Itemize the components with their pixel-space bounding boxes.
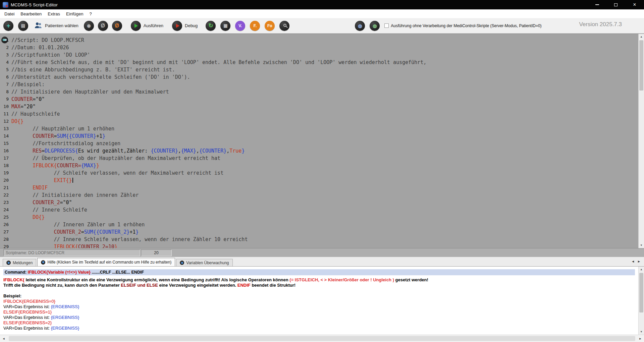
code-line-29: IFBLOCK{COUNTER_2=10} bbox=[11, 243, 638, 248]
code-line-9: COUNTER="0" bbox=[11, 96, 638, 103]
code-line-28: // Innere Schleife verlassen, wenn der i… bbox=[11, 236, 638, 243]
help-scrollbar[interactable]: ▲ ▼ bbox=[638, 267, 644, 335]
window-title: MCDMS-5 Script-Editor bbox=[11, 2, 58, 7]
help-content: Command: IFBLOCK{Variable (=!<>) Value} … bbox=[0, 267, 638, 335]
editor-scroll-thumb[interactable] bbox=[639, 40, 643, 91]
meldungen-tab-icon bbox=[6, 261, 11, 265]
code-line-19: // Schleife verlassen, wenn der Maximalw… bbox=[11, 169, 638, 177]
tab-variablen-ueberwachung[interactable]: Variablen Überwachung bbox=[176, 259, 232, 266]
help-line-4: Beispiel: bbox=[3, 293, 638, 299]
server-mode-label: Ausführung ohne Verarbeitung der MediCon… bbox=[391, 23, 541, 28]
select-patient-button[interactable]: Patienten wählen bbox=[32, 21, 81, 30]
cursor-line-field: 20 bbox=[141, 249, 172, 256]
web-icon[interactable]: ◍ bbox=[355, 21, 365, 31]
select-patient-label: Patienten wählen bbox=[45, 23, 78, 28]
code-line-27: COUNTER_2=SUM{{COUNTER_2}+1} bbox=[11, 228, 638, 236]
scroll-down-icon[interactable]: ▼ bbox=[639, 242, 644, 248]
f-script-badge-icon[interactable]: F. bbox=[250, 21, 260, 31]
menu-item-hilfe[interactable]: ? bbox=[86, 9, 95, 18]
menu-item-einfuegen[interactable]: Einfügen bbox=[63, 9, 86, 18]
hscroll-thumb[interactable] bbox=[9, 336, 635, 341]
globe-icon[interactable]: ◍ bbox=[370, 21, 380, 31]
run-play-icon bbox=[131, 21, 141, 31]
editor-area: 1234567891011121314151617181920212223242… bbox=[0, 34, 644, 248]
code-line-5: //bis eine Abbruchbedingung z. B. 'EXIT'… bbox=[11, 66, 638, 73]
scriptname-field: Scriptname: DO LOOP.MCFSCR bbox=[3, 249, 140, 256]
close-button[interactable]: × bbox=[625, 0, 644, 9]
editor-scrollbar[interactable]: ▲ ▼ bbox=[638, 34, 644, 248]
code-line-6: //Unterstützt auch verschachtelte Schlei… bbox=[11, 73, 638, 81]
help-line-9: ELSEIF{ERGEBNISS=2} bbox=[3, 320, 638, 326]
code-line-25: DO{} bbox=[11, 214, 638, 221]
code-line-7: //Beispiel: bbox=[11, 81, 638, 88]
help-line-10: VAR=Das Ergebniss ist: {ERGEBNISS} bbox=[3, 326, 638, 331]
debug-play-icon bbox=[172, 21, 182, 31]
tab-scroll-left-button[interactable]: ◄ bbox=[631, 260, 635, 263]
close-icon: × bbox=[633, 2, 636, 7]
horizontal-scrollbar[interactable]: ◄ ► bbox=[0, 335, 644, 342]
minimize-icon bbox=[595, 4, 599, 5]
script-file-icon bbox=[1, 37, 8, 43]
app-icon bbox=[3, 2, 8, 8]
scroll-up-icon[interactable]: ▲ bbox=[639, 34, 644, 40]
line-numbers: 1234567891011121314151617181920212223242… bbox=[0, 34, 11, 248]
help-command-line: Command: IFBLOCK{Variable (=!<>) Value} … bbox=[3, 269, 635, 275]
code-line-16: RES=DLGPROCESS{Es wird gezählt,Zähler: {… bbox=[11, 147, 638, 155]
v-script-badge-icon[interactable]: V. bbox=[235, 21, 245, 31]
code-line-11: // Hauptschleife bbox=[11, 110, 638, 118]
code-line-15: //Fortschrittsdialog anzeigen bbox=[11, 140, 638, 147]
help-line-5: IFBLOCK{ERGEBNISS=0} bbox=[3, 299, 638, 304]
tab-scroll-right-button[interactable]: ► bbox=[637, 260, 641, 263]
code-line-12: DO{} bbox=[11, 118, 638, 125]
help-line-2: Trifft die Bedingung nicht zu, kann durc… bbox=[3, 283, 638, 288]
code-line-14: COUNTER=SUM{{COUNTER}+1} bbox=[11, 132, 638, 140]
status-bar: Scriptname: DO LOOP.MCFSCR 20 bbox=[0, 248, 644, 257]
menu-item-datei[interactable]: Datei bbox=[1, 9, 17, 18]
patients-icon bbox=[34, 22, 42, 30]
maximize-icon bbox=[614, 3, 618, 6]
bottom-tabbar: MeldungenHilfe (Klicken Sie im Textfeld … bbox=[0, 257, 644, 266]
code-editor[interactable]: 1234567891011121314151617181920212223242… bbox=[0, 34, 638, 248]
help-scroll-down-icon[interactable]: ▼ bbox=[639, 329, 644, 335]
help-line-3 bbox=[3, 288, 638, 293]
tab-meldungen[interactable]: Meldungen bbox=[3, 259, 36, 266]
editor-scroll-track[interactable] bbox=[639, 40, 644, 242]
code-line-22: // Initialisiere den inneren Zähler bbox=[11, 191, 638, 199]
code-lines: //Script: DO LOOP.MCFSCR//Datum: 01.01.2… bbox=[11, 34, 638, 248]
help-scroll-up-icon[interactable]: ▲ bbox=[639, 267, 644, 272]
refresh-icon[interactable]: ↻ bbox=[206, 21, 216, 31]
minimize-button[interactable] bbox=[588, 0, 606, 9]
record-macro-icon[interactable]: ◉ bbox=[84, 21, 94, 31]
run-button[interactable]: Ausführen bbox=[128, 20, 166, 32]
server-mode-checkbox[interactable]: Ausführung ohne Verarbeitung der MediCon… bbox=[384, 23, 541, 28]
code-line-21: ENDIF bbox=[11, 184, 638, 191]
maximize-button[interactable] bbox=[606, 0, 625, 9]
run-disabled-icon[interactable]: Ø bbox=[98, 21, 108, 31]
run-disabled-orange-icon[interactable]: Ø bbox=[112, 21, 122, 31]
new-script-icon[interactable]: + bbox=[3, 21, 13, 31]
code-line-20: EXIT{} bbox=[11, 177, 638, 184]
variablen-ueberwachung-tab-icon bbox=[180, 261, 184, 265]
code-line-8: // Initialisiere den Hauptzähler und den… bbox=[11, 88, 638, 96]
help-line-8: VAR=Das Ergebniss ist: {ERGEBNISS} bbox=[3, 315, 638, 320]
hscroll-left-icon[interactable]: ◄ bbox=[0, 335, 7, 342]
help-line-1: IFBLOCK{ leitet eine Kontrollstruktur ei… bbox=[3, 277, 638, 283]
menu-item-extras[interactable]: Extras bbox=[45, 9, 63, 18]
debug-label: Debug bbox=[185, 23, 198, 28]
debug-button[interactable]: Debug bbox=[169, 20, 200, 32]
search-icon[interactable] bbox=[279, 21, 289, 31]
save-grid-icon[interactable]: ▦ bbox=[220, 21, 230, 31]
tab-hilfe[interactable]: Hilfe (Klicken Sie im Textfeld auf ein C… bbox=[37, 258, 175, 266]
erase-script-icon[interactable]: ▤ bbox=[18, 21, 28, 31]
titlebar: MCDMS-5 Script-Editor × bbox=[0, 0, 644, 9]
help-line-6: VAR=Das Ergebniss ist: {ERGEBNISS} bbox=[3, 304, 638, 309]
menu-item-bearbeiten[interactable]: Bearbeiten bbox=[17, 9, 45, 18]
help-scroll-thumb[interactable] bbox=[639, 273, 643, 312]
code-line-10: MAX="20" bbox=[11, 103, 638, 110]
code-line-3: //Scriptfunktion 'DO LOOP' bbox=[11, 51, 638, 59]
fo-script-badge-icon[interactable]: Fo bbox=[265, 21, 275, 31]
menubar: DateiBearbeitenExtrasEinfügen? bbox=[0, 9, 644, 18]
help-scroll-track[interactable] bbox=[639, 272, 644, 329]
code-line-1: //Script: DO LOOP.MCFSCR bbox=[11, 37, 638, 44]
hscroll-right-icon[interactable]: ► bbox=[637, 335, 644, 342]
